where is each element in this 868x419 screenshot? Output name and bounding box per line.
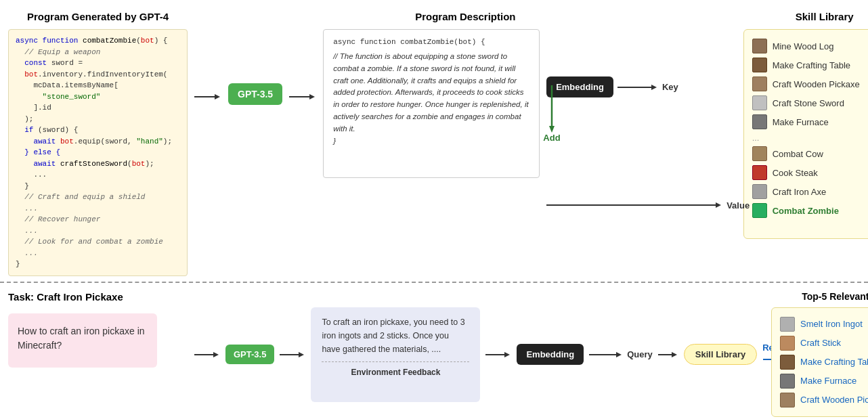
skill-item-cook-steak: Cook Steak [752,163,868,182]
skill-label-furnace: Make Furnace [773,117,829,127]
task-title: Task: Craft Iron Pickaxe [8,291,123,303]
top5-skill-label-craft-wooden-pickaxe: Craft Wooden Pickaxe [800,395,868,405]
smelt-iron-icon [780,317,795,332]
top5-skill-smelt-iron: Smelt Iron Ingot [780,315,868,334]
top5-skill-craft-wooden-pickaxe: Craft Wooden Pickaxe [780,391,868,410]
top-flow-area: Program Description GPT-3.5 async [194,11,737,276]
skill-divider: ... [752,131,868,144]
bottom-flow-area: GPT-3.5 To craft an iron pickaxe, you ne… [194,291,764,417]
skill-label-stone-sword: Craft Stone Sword [773,98,844,108]
svg-marker-13 [299,352,304,357]
query-label: Query [627,349,653,359]
top5-skill-label-craft-stick: Craft Stick [800,338,841,348]
top5-skill-label-make-furnace: Make Furnace [800,376,856,386]
task-question-box: How to craft an iron pickaxe in Minecraf… [8,313,157,368]
top5-skill-label-make-crafting-table: Make Crafting Table [800,357,868,367]
skill-item-stone-sword: Craft Stone Sword [752,93,868,112]
bottom-flow-content: GPT-3.5 To craft an iron pickaxe, you ne… [194,307,764,402]
svg-marker-15 [504,352,510,357]
skill-library-title: Skill Library [743,11,868,22]
top5-skill-label-smelt-iron: Smelt Iron Ingot [800,319,863,329]
env-feedback-label: Environment Feedback [322,361,469,379]
skill-library-panel: Skill Library Mine Wood Log Make Craftin… [743,11,868,276]
top5-skill-box: Smelt Iron Ingot Craft Stick Make Crafti… [771,307,868,417]
add-label: Add [543,133,560,143]
bottom-section: Task: Craft Iron Pickaxe How to craft an… [0,283,868,420]
code-box: async function combatZombie(bot) { // Eq… [8,29,188,276]
furnace-icon [752,114,767,129]
skill-item-iron-axe: Craft Iron Axe [752,182,868,201]
stone-sword-icon [752,95,767,110]
skill-library-query-box[interactable]: Skill Library [684,344,757,365]
description-box-bottom: To craft an iron pickaxe, you need to 3 … [311,307,480,402]
task-panel: Task: Craft Iron Pickaxe How to craft an… [8,291,188,417]
skill-item-combat-zombie: Combat Zombie [752,201,868,220]
description-panel-title: Program Description [415,11,515,22]
skill-item-furnace: Make Furnace [752,112,868,131]
description-box: async function combatZombie(bot) { // Th… [323,29,540,178]
code-panel-title: Program Generated by GPT-4 [8,11,188,22]
combat-zombie-icon [752,203,767,218]
embedding-box-bottom[interactable]: Embedding [517,344,584,365]
skill-label-wooden-pickaxe: Craft Wooden Pickaxe [773,79,860,89]
craft-stick-icon [780,336,795,351]
gpt35-box-bottom[interactable]: GPT-3.5 [225,345,274,364]
skill-item-mine-wood: Mine Wood Log [752,37,868,56]
skill-label-crafting-table: Make Crafting Table [773,60,850,70]
svg-marker-19 [672,352,677,357]
svg-marker-7 [716,202,721,208]
iron-axe-icon [752,184,767,199]
svg-marker-17 [616,352,622,357]
skill-label-cook-steak: Cook Steak [773,168,818,178]
skill-label-mine-wood: Mine Wood Log [773,41,834,51]
top5-furnace-icon [780,374,795,389]
make-crafting-table-icon [780,355,795,370]
svg-marker-3 [309,94,315,100]
skill-box-top: Mine Wood Log Make Crafting Table Craft … [743,29,868,239]
crafting-table-icon [752,58,767,72]
desc-function-sig: async function combatZombie(bot) { [333,37,529,48]
cook-steak-icon [752,165,767,180]
skill-item-combat-cow: Combat Cow [752,144,868,163]
top5-title: Top-5 Relevant Skills [771,291,868,302]
skill-label-combat-cow: Combat Cow [773,149,823,159]
value-label: Value [726,200,750,211]
skill-item-wooden-pickaxe: Craft Wooden Pickaxe [752,74,868,93]
desc-closing: } [333,137,336,145]
svg-marker-5 [651,85,657,90]
top5-skill-make-crafting-table: Make Crafting Table [780,353,868,372]
desc-text: // The function is about equipping a sto… [333,52,529,133]
svg-marker-1 [215,94,220,100]
top-section: Program Generated by GPT-4 async functio… [0,0,868,283]
skill-item-crafting-table: Make Crafting Table [752,56,868,74]
skill-label-combat-zombie: Combat Zombie [773,206,839,216]
mine-wood-icon [752,39,767,53]
top5-skill-make-furnace: Make Furnace [780,372,868,391]
description-text-bottom: To craft an iron pickaxe, you need to 3 … [322,317,464,354]
wooden-pickaxe-icon [752,76,767,91]
top5-skill-craft-stick: Craft Stick [780,334,868,353]
main-container: Program Generated by GPT-4 async functio… [0,0,868,419]
combat-cow-icon [752,146,767,161]
key-label: Key [662,82,678,92]
top5-skills-panel: Top-5 Relevant Skills Smelt Iron Ingot C… [771,291,868,417]
gpt35-box-top[interactable]: GPT-3.5 [228,83,282,105]
code-panel: Program Generated by GPT-4 async functio… [8,11,188,276]
svg-marker-11 [213,352,219,357]
svg-marker-9 [549,126,555,133]
skill-label-iron-axe: Craft Iron Axe [773,187,826,197]
top5-wooden-pickaxe-icon [780,393,795,407]
